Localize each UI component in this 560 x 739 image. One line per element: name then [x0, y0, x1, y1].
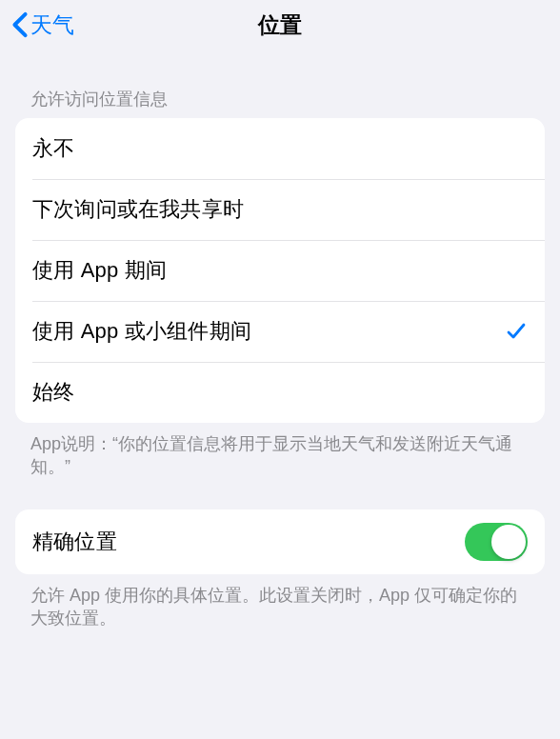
precise-location-toggle[interactable]	[465, 523, 528, 561]
page-title: 位置	[258, 10, 302, 40]
access-section-header: 允许访问位置信息	[0, 50, 560, 118]
switch-knob	[491, 525, 526, 559]
navigation-bar: 天气 位置	[0, 0, 560, 50]
option-always[interactable]: 始终	[15, 362, 545, 423]
option-label: 永不	[32, 134, 74, 163]
option-never[interactable]: 永不	[15, 118, 545, 179]
option-ask[interactable]: 下次询问或在我共享时	[15, 179, 545, 240]
access-options-group: 永不 下次询问或在我共享时 使用 App 期间 使用 App 或小组件期间 始终	[15, 118, 545, 423]
chevron-left-icon	[11, 11, 29, 38]
precise-location-row[interactable]: 精确位置	[15, 509, 545, 574]
option-while-using-widgets[interactable]: 使用 App 或小组件期间	[15, 301, 545, 362]
option-label: 使用 App 或小组件期间	[32, 317, 251, 346]
option-label: 始终	[32, 378, 74, 407]
option-label: 下次询问或在我共享时	[32, 195, 244, 224]
option-while-using[interactable]: 使用 App 期间	[15, 240, 545, 301]
back-label: 天气	[30, 10, 74, 40]
back-button[interactable]: 天气	[8, 7, 78, 44]
checkmark-icon	[505, 320, 528, 343]
option-label: 使用 App 期间	[32, 256, 167, 285]
precise-location-group: 精确位置	[15, 509, 545, 574]
access-section-footer: App说明：“你的位置信息将用于显示当地天气和发送附近天气通知。”	[0, 423, 560, 479]
precise-location-label: 精确位置	[32, 528, 117, 556]
precise-section-footer: 允许 App 使用你的具体位置。此设置关闭时，App 仅可确定你的大致位置。	[0, 574, 560, 630]
